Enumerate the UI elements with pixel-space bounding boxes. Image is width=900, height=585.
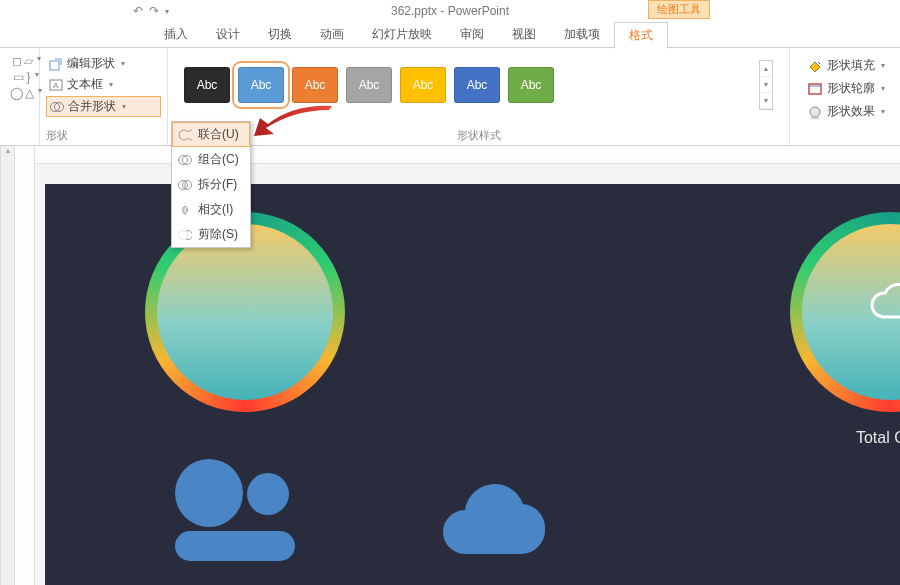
gallery-more-icon[interactable]: ▾ xyxy=(760,93,772,109)
merge-subtract-item[interactable]: 剪除(S) xyxy=(172,222,250,247)
cloud-outline-icon xyxy=(865,279,900,332)
tab-review[interactable]: 审阅 xyxy=(446,22,498,47)
chevron-down-icon: ▾ xyxy=(881,61,885,70)
style-swatch-yellow[interactable]: Abc xyxy=(400,67,446,103)
qat-dropdown-icon[interactable]: ▾ xyxy=(165,7,169,16)
svg-point-12 xyxy=(179,230,188,239)
edit-shape-button[interactable]: 编辑形状 ▾ xyxy=(46,54,161,73)
style-swatch-black[interactable]: Abc xyxy=(184,67,230,103)
ribbon: ◻▱▾ ▭}▾ ◯△▾ 编辑形状 ▾ A 文本框 ▾ xyxy=(0,48,900,146)
chevron-down-icon: ▾ xyxy=(881,107,885,116)
style-swatch-orange[interactable]: Abc xyxy=(292,67,338,103)
union-icon xyxy=(178,128,192,142)
tab-slideshow[interactable]: 幻灯片放映 xyxy=(358,22,446,47)
merge-shapes-icon xyxy=(50,100,64,114)
chevron-down-icon: ▾ xyxy=(121,59,125,68)
insert-shapes-group: 编辑形状 ▾ A 文本框 ▾ 合并形状 ▾ 形状 xyxy=(40,48,168,145)
merge-intersect-item[interactable]: 相交(I) xyxy=(172,197,250,222)
shape-glyph[interactable]: ◯ xyxy=(10,86,23,100)
style-swatch-gray[interactable]: Abc xyxy=(346,67,392,103)
merge-combine-item[interactable]: 组合(C) xyxy=(172,147,250,172)
shape-glyph[interactable]: ▭ xyxy=(13,70,24,84)
workspace: Total Cor xyxy=(0,146,900,585)
undo-icon[interactable]: ↶ xyxy=(133,4,143,18)
tab-design[interactable]: 设计 xyxy=(202,22,254,47)
title-bar: ↶ ↷ ▾ 362.pptx - PowerPoint 绘图工具 xyxy=(0,0,900,22)
svg-rect-0 xyxy=(50,61,59,70)
blue-cloud-shape[interactable] xyxy=(430,479,580,572)
tab-view[interactable]: 视图 xyxy=(498,22,550,47)
combine-icon xyxy=(178,153,192,167)
tab-addins[interactable]: 加载项 xyxy=(550,22,614,47)
horizontal-ruler xyxy=(35,146,900,164)
shape-effects-button[interactable]: 形状效果 ▾ xyxy=(804,102,886,121)
svg-text:A: A xyxy=(53,81,59,90)
shape-effects-icon xyxy=(807,105,823,119)
group-label-shapes: 形状 xyxy=(46,126,161,145)
style-swatch-blue2[interactable]: Abc xyxy=(454,67,500,103)
shape-glyph[interactable]: ◻ xyxy=(12,54,22,68)
chevron-down-icon: ▾ xyxy=(881,84,885,93)
svg-point-6 xyxy=(810,107,820,117)
shape-fill-button[interactable]: 形状填充 ▾ xyxy=(804,56,886,75)
shape-glyph[interactable]: ▱ xyxy=(24,54,33,68)
more-icon[interactable]: ▾ xyxy=(35,70,39,84)
merge-shapes-dropdown: 联合(U) 组合(C) 拆分(F) 相交(I) 剪除(S) xyxy=(171,121,251,248)
drawing-tools-tab-label: 绘图工具 xyxy=(648,0,710,19)
fragment-icon xyxy=(178,178,192,192)
slide-edit-region[interactable]: Total Cor xyxy=(35,146,900,585)
text-box-button[interactable]: A 文本框 ▾ xyxy=(46,75,161,94)
tab-format[interactable]: 格式 xyxy=(614,22,668,49)
shape-outline-icon xyxy=(807,82,823,96)
blue-rounded-bar[interactable] xyxy=(175,531,295,561)
shape-fill-icon xyxy=(807,59,823,73)
chevron-down-icon: ▾ xyxy=(122,102,126,111)
shape-glyph[interactable]: △ xyxy=(25,86,34,100)
gallery-scrollbar[interactable]: ▴ ▾ ▾ xyxy=(759,60,773,110)
shape-format-group: 形状填充 ▾ 形状轮廓 ▾ 形状效果 ▾ xyxy=(790,48,900,145)
blue-circle-small[interactable] xyxy=(247,473,289,515)
chevron-down-icon: ▾ xyxy=(109,80,113,89)
edit-shape-icon xyxy=(49,57,63,71)
redo-icon[interactable]: ↷ xyxy=(149,4,159,18)
group-label-styles: 形状样式 xyxy=(174,126,783,145)
thumbnail-scrollbar[interactable] xyxy=(0,146,15,585)
tab-transitions[interactable]: 切换 xyxy=(254,22,306,47)
shapes-palette-group: ◻▱▾ ▭}▾ ◯△▾ xyxy=(0,48,40,145)
slide-text-total[interactable]: Total Cor xyxy=(856,429,900,447)
style-swatch-blue[interactable]: Abc xyxy=(238,67,284,103)
subtract-icon xyxy=(178,228,192,242)
svg-point-7 xyxy=(810,117,820,119)
merge-union-item[interactable]: 联合(U) xyxy=(172,122,250,147)
merge-shapes-button[interactable]: 合并形状 ▾ xyxy=(46,96,161,117)
vertical-ruler xyxy=(15,146,35,585)
merge-fragment-item[interactable]: 拆分(F) xyxy=(172,172,250,197)
blue-circle-large[interactable] xyxy=(175,459,243,527)
shape-glyph[interactable]: } xyxy=(26,70,30,84)
scroll-down-icon[interactable]: ▾ xyxy=(760,77,772,93)
shape-styles-group: Abc Abc Abc Abc Abc Abc Abc ▴ ▾ ▾ 形状样式 xyxy=(168,48,790,145)
quick-access-toolbar: ↶ ↷ ▾ xyxy=(133,4,169,18)
intersect-icon xyxy=(178,203,192,217)
style-swatch-green[interactable]: Abc xyxy=(508,67,554,103)
scroll-up-icon[interactable]: ▴ xyxy=(760,61,772,77)
tab-insert[interactable]: 插入 xyxy=(150,22,202,47)
shape-outline-button[interactable]: 形状轮廓 ▾ xyxy=(804,79,886,98)
text-box-icon: A xyxy=(49,78,63,92)
tab-animations[interactable]: 动画 xyxy=(306,22,358,47)
ribbon-tabs: 插入 设计 切换 动画 幻灯片放映 审阅 视图 加载项 格式 xyxy=(0,22,900,48)
